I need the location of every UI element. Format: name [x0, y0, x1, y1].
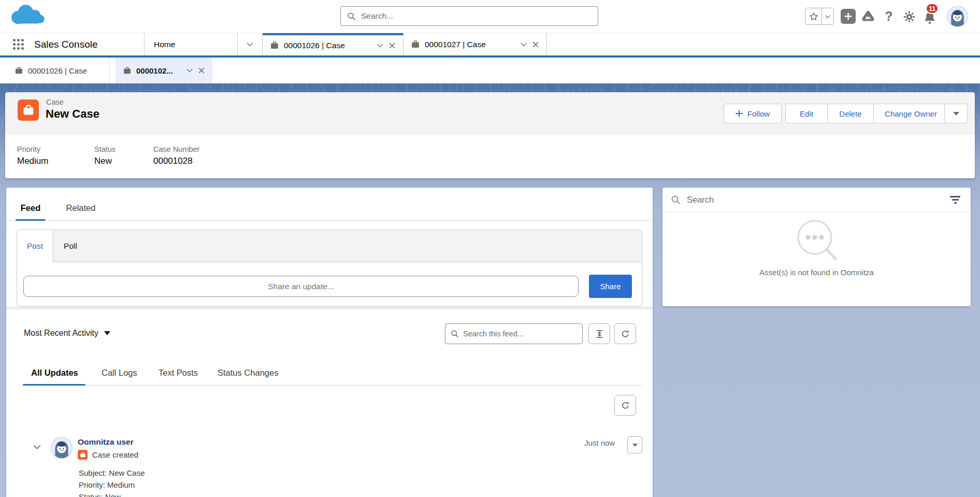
feed-filter-all-updates[interactable]: All Updates: [31, 368, 78, 378]
delete-button[interactable]: Delete: [827, 104, 873, 123]
guidance-center-button[interactable]: [860, 8, 876, 25]
follow-button[interactable]: Follow: [724, 104, 782, 123]
feed-item-action-text: Case created: [92, 450, 138, 459]
chevron-down-icon: [825, 13, 831, 20]
workspace-tab-label: 00001026 | Case: [284, 41, 372, 50]
nav-tab-home[interactable]: Home: [144, 33, 238, 55]
subtab-label: 00001026 | Case: [28, 66, 102, 75]
feed-search[interactable]: [445, 323, 583, 344]
refresh-feed-button[interactable]: [614, 323, 636, 344]
chatter-publisher: Post Poll Share: [17, 230, 642, 306]
feed-item-menu-button[interactable]: [627, 436, 642, 453]
star-icon: [809, 12, 818, 21]
help-button[interactable]: ?: [882, 7, 896, 25]
subtab-bar: 00001026 | Case 0000102...: [0, 58, 980, 83]
active-tab-underline: [16, 219, 46, 221]
avatar-astro-icon: [51, 437, 73, 459]
publisher-header: Post Poll: [17, 230, 642, 262]
feed-sort-label: Most Recent Activity: [24, 329, 98, 338]
guidance-center-icon: [861, 9, 875, 24]
console-navigation-bar: Sales Console Home 00001026 | Case: [0, 33, 980, 58]
change-owner-button[interactable]: Change Owner: [873, 104, 948, 123]
favorites-star-button[interactable]: [805, 8, 822, 24]
caret-down-icon: [953, 112, 959, 116]
field-value: New: [94, 156, 112, 166]
notification-count-badge: 11: [926, 3, 939, 14]
field-value: Medium: [17, 156, 48, 166]
collapse-expand-feed-button[interactable]: [588, 323, 610, 344]
feed-item-body-line: Priority: Medium: [79, 480, 135, 489]
close-subtab-icon[interactable]: [198, 67, 205, 74]
field-label: Priority: [17, 145, 40, 153]
more-actions-button[interactable]: [944, 104, 968, 123]
app-launcher-icon[interactable]: [13, 39, 24, 50]
feed-item-body-line: Subject: New Case: [79, 468, 145, 477]
search-icon: [347, 12, 356, 21]
tab-feed[interactable]: Feed: [16, 203, 46, 213]
case-icon-small: [78, 450, 88, 460]
briefcase-icon: [123, 66, 132, 75]
tab-poll[interactable]: Poll: [53, 230, 88, 262]
caret-down-icon: [104, 331, 110, 335]
tab-actions-chevron-icon[interactable]: [377, 42, 384, 49]
setup-button[interactable]: [902, 8, 916, 25]
feed-item-avatar[interactable]: [51, 437, 73, 459]
asset-search-input[interactable]: [687, 195, 942, 205]
home-tab-menu-button[interactable]: [238, 33, 263, 55]
feed-card: Feed Related Post Poll Share Most Recent…: [6, 188, 653, 497]
subtab-case-active[interactable]: 0000102...: [116, 58, 212, 83]
tab-post[interactable]: Post: [17, 230, 53, 262]
page-title: New Case: [46, 107, 99, 121]
global-search[interactable]: [340, 6, 598, 26]
refresh-feed-list-button[interactable]: [614, 395, 636, 416]
global-search-input[interactable]: [361, 11, 592, 21]
tabs-divider: [6, 220, 653, 221]
workspace-tab-case-00001026[interactable]: 00001026 | Case: [263, 33, 403, 55]
chevron-down-icon: [246, 40, 254, 48]
follow-label: Follow: [747, 109, 770, 118]
active-filter-underline: [23, 384, 85, 386]
filter-icon[interactable]: [948, 194, 962, 206]
expand-collapse-icon: [595, 329, 604, 339]
favorites-menu-button[interactable]: [822, 8, 833, 24]
tab-actions-chevron-icon[interactable]: [186, 67, 193, 74]
feed-item-action: Case created: [78, 450, 138, 460]
refresh-icon: [621, 329, 630, 339]
close-tab-icon[interactable]: [388, 42, 396, 49]
workspace-tab-case-00001027[interactable]: 00001027 | Case: [403, 33, 547, 55]
subtab-case-00001026[interactable]: 00001026 | Case: [7, 58, 110, 83]
feed-item-author-link[interactable]: Oomnitza user: [78, 437, 134, 447]
briefcase-icon: [411, 40, 420, 49]
feed-filter-call-logs[interactable]: Call Logs: [102, 368, 137, 378]
magnifier-empty-icon: [791, 218, 843, 265]
feed-search-input[interactable]: [463, 330, 577, 338]
empty-state-message: Asset(s) is not found in Oomnitza: [662, 268, 971, 277]
feed-sort-dropdown[interactable]: Most Recent Activity: [24, 329, 110, 338]
home-tab-label: Home: [154, 40, 175, 49]
quick-create-button[interactable]: [841, 9, 856, 24]
user-avatar[interactable]: [947, 6, 968, 27]
field-label: Status: [94, 145, 116, 153]
briefcase-icon: [15, 66, 23, 75]
collapse-feed-item-chevron[interactable]: [33, 443, 41, 453]
share-button[interactable]: Share: [589, 275, 632, 298]
edit-button[interactable]: Edit: [786, 104, 827, 123]
feed-filters-divider: [23, 385, 642, 386]
record-actions-group: Edit Delete Change Owner: [785, 104, 948, 123]
feed-filter-status-changes[interactable]: Status Changes: [218, 368, 278, 378]
record-highlights: Priority Medium Status New Case Number 0…: [5, 135, 975, 178]
field-label: Case Number: [153, 145, 199, 153]
feed-filter-text-posts[interactable]: Text Posts: [158, 368, 198, 378]
tab-related[interactable]: Related: [65, 203, 97, 213]
field-value: 00001028: [153, 156, 193, 166]
workspace-tab-label: 00001027 | Case: [425, 40, 515, 49]
avatar-astro-icon: [947, 6, 968, 27]
feed-item-body-line: Status: New: [79, 492, 121, 497]
share-update-input[interactable]: [23, 276, 579, 297]
feed-item-timestamp[interactable]: Just now: [584, 438, 615, 447]
oomnitza-asset-panel: Asset(s) is not found in Oomnitza: [662, 188, 971, 306]
asset-search-row: [662, 188, 971, 212]
close-tab-icon[interactable]: [532, 41, 539, 48]
tab-actions-chevron-icon[interactable]: [520, 41, 527, 48]
record-header-top: Case New Case Follow Edit Delete Change …: [5, 92, 975, 135]
